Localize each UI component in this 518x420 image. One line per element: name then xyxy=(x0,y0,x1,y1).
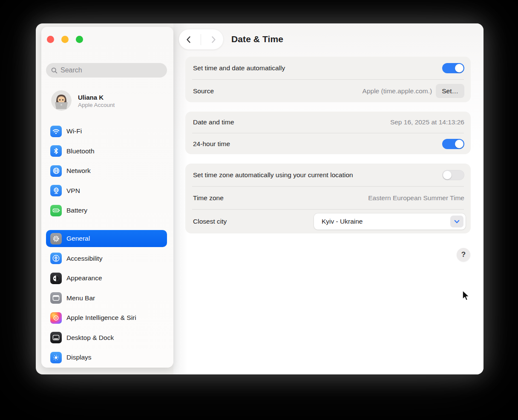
row-label: Closest city xyxy=(193,218,314,225)
sidebar-item-menu-bar[interactable]: Menu Bar xyxy=(46,290,167,307)
row-label: Source xyxy=(193,87,363,95)
toggle-knob xyxy=(455,140,463,148)
question-mark-icon: ? xyxy=(461,250,466,259)
sidebar-item-desktop-dock[interactable]: Desktop & Dock xyxy=(46,329,167,346)
sidebar-item-label: Network xyxy=(66,167,91,175)
back-button[interactable] xyxy=(181,32,196,47)
sidebar-item-general[interactable]: General xyxy=(46,230,167,247)
sidebar-item-label: General xyxy=(66,235,90,242)
24-hour-toggle[interactable] xyxy=(442,139,464,149)
displays-icon xyxy=(50,352,62,363)
vpn-icon xyxy=(50,185,62,196)
time-zone-value: Eastern European Summer Time xyxy=(368,194,464,202)
profile-name: Uliana K xyxy=(78,93,115,102)
traffic-lights xyxy=(47,36,83,43)
profile-row[interactable]: Uliana K Apple Account xyxy=(46,89,167,112)
sidebar-item-network[interactable]: Network xyxy=(46,162,167,179)
row-label: Set time zone automatically using your c… xyxy=(193,171,442,179)
minimize-button[interactable] xyxy=(61,36,69,43)
closest-city-value: Kyiv - Ukraine xyxy=(322,218,363,225)
date-time-value: Sep 16, 2025 at 14:13:26 xyxy=(390,118,464,126)
row-set-time-auto: Set time and date automatically xyxy=(185,57,471,79)
set-time-auto-toggle[interactable] xyxy=(442,63,464,73)
search-input[interactable]: Search xyxy=(46,63,167,78)
sidebar-nav-primary: Wi-Fi Bluetooth Network xyxy=(46,123,167,219)
apple-intelligence-icon xyxy=(50,312,62,324)
sidebar: Search Uliana K xyxy=(41,27,173,368)
settings-groups: Set time and date automatically Source A… xyxy=(185,57,471,233)
sidebar-item-appearance[interactable]: Appearance xyxy=(46,270,167,287)
row-label: Time zone xyxy=(193,194,368,202)
help-button[interactable]: ? xyxy=(457,248,470,262)
row-label: Set time and date automatically xyxy=(193,64,442,72)
system-settings-window: Search Uliana K xyxy=(36,23,483,374)
group-date-time: Date and time Sep 16, 2025 at 14:13:26 2… xyxy=(185,112,471,154)
sidebar-item-displays[interactable]: Displays xyxy=(46,349,167,366)
row-label: 24-hour time xyxy=(193,140,442,148)
avatar xyxy=(51,90,72,111)
nav-pill-divider xyxy=(201,34,201,45)
sidebar-item-label: Bluetooth xyxy=(66,147,95,155)
battery-icon xyxy=(50,205,62,216)
sidebar-item-vpn[interactable]: VPN xyxy=(46,182,167,199)
row-closest-city: Closest city Kyiv - Ukraine xyxy=(185,210,471,233)
page-title: Date & Time xyxy=(231,34,283,44)
closest-city-dropdown[interactable]: Kyiv - Ukraine xyxy=(314,213,466,230)
set-source-button[interactable]: Set… xyxy=(436,84,464,98)
bluetooth-icon xyxy=(50,145,62,157)
sidebar-item-label: Wi-Fi xyxy=(66,127,82,135)
network-icon xyxy=(50,165,62,177)
sidebar-item-label: Desktop & Dock xyxy=(66,334,114,342)
gear-icon xyxy=(50,233,62,245)
group-time-zone: Set time zone automatically using your c… xyxy=(185,164,471,233)
sidebar-item-battery[interactable]: Battery xyxy=(46,202,167,219)
sidebar-item-wifi[interactable]: Wi-Fi xyxy=(46,123,167,140)
tz-auto-toggle[interactable] xyxy=(442,170,464,180)
appearance-icon xyxy=(50,273,62,284)
row-24-hour: 24-hour time xyxy=(185,133,471,154)
sidebar-item-label: Battery xyxy=(66,207,87,214)
mouse-cursor xyxy=(460,289,471,304)
sidebar-item-label: Apple Intelligence & Siri xyxy=(66,314,136,322)
row-source: Source Apple (time.apple.com.) Set… xyxy=(185,80,471,102)
sidebar-item-label: Displays xyxy=(66,354,92,361)
menu-bar-icon xyxy=(50,292,62,304)
sidebar-item-label: Menu Bar xyxy=(66,294,95,302)
row-time-zone: Time zone Eastern European Summer Time xyxy=(185,187,471,209)
zoom-button[interactable] xyxy=(76,36,83,43)
toggle-knob xyxy=(455,64,463,72)
close-button[interactable] xyxy=(47,36,54,43)
screenshot-stage: Search Uliana K xyxy=(0,0,518,420)
dropdown-chevron-button[interactable] xyxy=(450,216,463,227)
sidebar-item-accessibility[interactable]: Accessibility xyxy=(46,250,167,267)
sidebar-item-label: Appearance xyxy=(66,274,102,282)
row-label: Date and time xyxy=(193,118,390,126)
sidebar-nav-secondary: General Accessibility Appearance xyxy=(46,230,167,366)
content-pane: Date & Time Set time and date automatica… xyxy=(173,23,483,374)
forward-button[interactable] xyxy=(206,32,221,47)
profile-subtitle: Apple Account xyxy=(78,102,115,108)
chevron-down-icon xyxy=(454,220,460,224)
source-value: Apple (time.apple.com.) xyxy=(363,87,432,95)
sidebar-item-label: Accessibility xyxy=(66,255,102,262)
sidebar-item-apple-intelligence-siri[interactable]: Apple Intelligence & Siri xyxy=(46,309,167,326)
sidebar-item-label: VPN xyxy=(66,187,80,195)
row-date-and-time: Date and time Sep 16, 2025 at 14:13:26 xyxy=(185,112,471,133)
desktop-dock-icon xyxy=(50,332,62,343)
search-placeholder: Search xyxy=(60,66,82,74)
toggle-knob xyxy=(443,171,452,179)
search-icon xyxy=(51,67,58,74)
nav-pill xyxy=(179,29,223,49)
accessibility-icon xyxy=(50,253,62,264)
wifi-icon xyxy=(50,126,62,137)
row-tz-auto: Set time zone automatically using your c… xyxy=(185,164,471,186)
group-auto-date: Set time and date automatically Source A… xyxy=(185,57,471,102)
sidebar-item-bluetooth[interactable]: Bluetooth xyxy=(46,143,167,160)
